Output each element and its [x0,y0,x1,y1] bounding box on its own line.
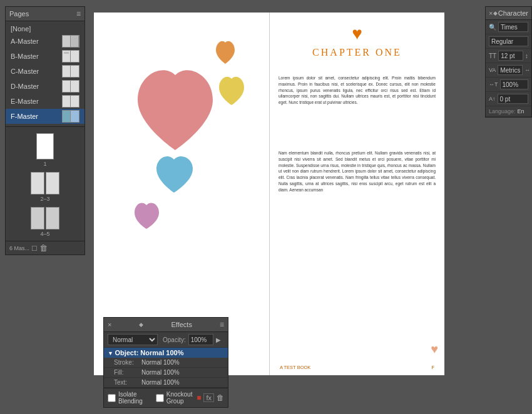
effects-diamond-icon: ◆ [139,321,143,328]
character-style-row [486,34,531,49]
effects-object-row[interactable]: ▼ Object: Normal 100% [104,348,228,358]
opacity-label: Opacity: [163,336,186,343]
font-search-icon[interactable]: 🔍 [489,24,496,31]
footer-initial: F [431,365,434,370]
character-panel-header: × ◆ Character [486,7,531,20]
page-thumb-5[interactable] [46,207,59,230]
page-thumb-1-wrap: 1 [36,133,54,167]
pages-panel-footer: 6 Mas... □ 🗑 [6,241,84,255]
character-language-row: Language: En [486,106,531,117]
master-thumb-d [62,80,79,93]
footer-book-name: A TEST BOOK [280,365,310,370]
kerning-icon: ↔ [524,67,530,73]
font-name-input[interactable] [498,22,528,32]
language-value: En [518,108,524,114]
effects-fill-label: Fill: [114,369,141,376]
page-thumbs-row-3: 4–5 [8,204,82,240]
page-thumb-23-label: 2–3 [40,196,49,202]
pages-panel-header: Pages ≡ [6,7,84,21]
isolate-blending-checkbox[interactable] [108,394,116,402]
effects-delete-btn[interactable]: ■ [197,393,201,402]
hscale-input[interactable] [500,79,529,89]
tracking-icon: VA [489,67,496,73]
master-thumb-a [62,35,79,48]
effects-stroke-row: Stroke: Normal 100% [104,358,228,368]
page-footer: A TEST BOOK F [280,365,434,370]
master-thumb-f [62,110,79,123]
page-thumb-23-wrap: 2–3 [31,172,59,202]
chapter-heart-icon: ♥ [270,24,444,44]
character-close-icon[interactable]: × [489,9,493,17]
effects-fx-button[interactable]: fx [203,393,214,402]
master-thumb-e [62,95,79,108]
effects-close-icon[interactable]: × [108,321,111,328]
page-right: ♥ CHAPTER ONE Lorem ipsum dolor sit amet… [269,13,444,375]
pages-list: [None] A-Master B-Master C-Master [6,21,84,126]
effects-fill-row: Fill: Normal 100% [104,368,228,378]
body-text-para2: Nam elementum blandit nulla, rhoncus pre… [279,150,436,193]
opacity-arrow-icon[interactable]: ▶ [216,336,221,343]
effects-blend-row: Normal Multiply Screen Overlay Opacity: … [104,332,228,348]
character-panel-title: Character [498,9,528,17]
page-thumb-1[interactable] [36,133,54,159]
effects-stroke-value: Normal 100% [141,359,180,366]
character-metrics-row: VA ↔ [486,63,531,78]
page-thumb-45-label: 4–5 [40,231,49,237]
size-icon: TT [489,53,496,59]
page-thumb-45-wrap: 4–5 [31,207,59,237]
baseline-icon: A↑ [489,96,496,102]
character-scale-row: ↔T [486,78,531,92]
baseline-input[interactable] [498,94,528,104]
footer-heart-icon: ♥ [431,342,438,356]
page-thumbnails-section: 1 2–3 4–5 [6,126,84,241]
page-thumbs-row-1: 1 [8,131,82,169]
master-thumb-b [62,50,79,63]
page-item-none[interactable]: [None] [6,24,84,34]
effects-stroke-label: Stroke: [114,359,141,366]
master-section-a[interactable]: A-Master [6,34,84,49]
blend-mode-select[interactable]: Normal Multiply Screen Overlay [108,334,158,345]
font-style-input[interactable] [489,36,528,46]
master-thumb-c [62,65,79,78]
body-text-para1: Lorem ipsum dolor sit amet, consectetur … [279,75,436,106]
effects-text-label: Text: [114,379,141,386]
knockout-group-label: Knockout Group [166,391,194,405]
effects-text-row: Text: Normal 100% [104,378,228,388]
effects-panel-header: × ◆ Effects ≡ [104,318,228,332]
metrics-input[interactable] [498,65,523,75]
character-size-row: TT ↕ [486,49,531,63]
page-thumb-4[interactable] [31,207,44,230]
new-page-icon[interactable]: □ [32,243,37,253]
language-label: Language: [489,108,516,114]
character-diamond-icon: ◆ [493,10,498,16]
page-thumb-1-label: 1 [43,161,46,167]
font-size-input[interactable] [498,51,523,61]
pages-count-label: 6 Mas... [9,245,29,251]
page-thumb-2[interactable] [31,172,44,194]
master-section-b[interactable]: B-Master [6,49,84,64]
knockout-group-checkbox[interactable] [156,394,164,402]
chapter-title: CHAPTER ONE [270,47,444,58]
master-section-c[interactable]: C-Master [6,64,84,79]
effects-panel-menu-icon[interactable]: ≡ [220,320,224,329]
effects-triangle-icon: ▼ [108,350,115,356]
delete-page-icon[interactable]: 🗑 [39,243,48,253]
page-thumb-3[interactable] [46,172,59,194]
isolate-blending-label: Isolate Blending [118,391,146,405]
hearts-svg [100,25,263,250]
effects-panel-title: Effects [171,321,192,328]
master-section-f[interactable]: F-Master [6,109,84,124]
hscale-icon: ↔T [489,81,498,88]
opacity-input[interactable] [188,334,213,345]
character-font-row: 🔍 [486,20,531,34]
effects-trash-icon[interactable]: 🗑 [217,393,224,402]
character-baseline-row: A↑ [486,92,531,106]
leading-icon: ↕ [525,53,528,59]
page-thumbs-row-2: 2–3 [8,169,82,204]
pages-panel-menu-icon[interactable]: ≡ [76,9,81,18]
master-section-e[interactable]: E-Master [6,94,84,109]
character-panel: × ◆ Character 🔍 TT ↕ VA ↔ ↔T A↑ Language… [485,6,532,118]
pages-panel-title: Pages [9,10,29,18]
master-section-d[interactable]: D-Master [6,79,84,94]
effects-footer: Isolate Blending Knockout Group ■ fx 🗑 [104,388,228,407]
